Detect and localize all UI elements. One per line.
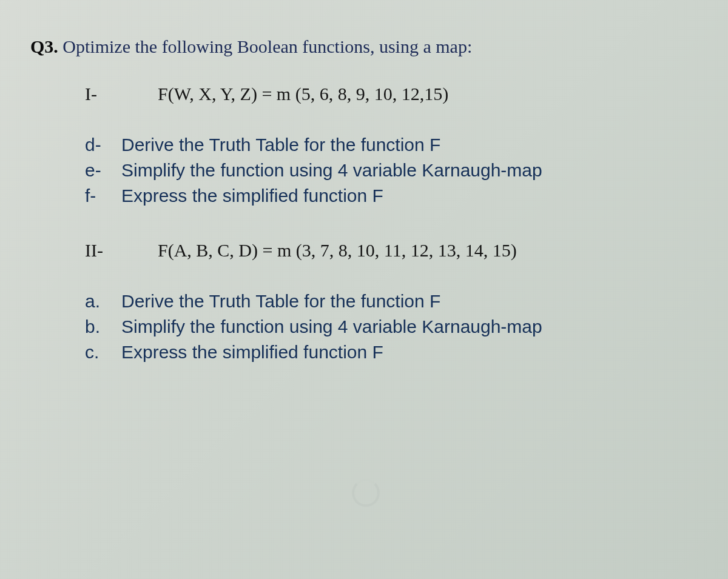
list-item: c. Express the simplified function F — [85, 342, 698, 363]
list-item: e- Simplify the function using 4 variabl… — [85, 160, 698, 181]
sub-marker: c. — [85, 342, 121, 363]
sub-marker: a. — [85, 291, 121, 312]
part-formula-2: F(A, B, C, D) = m (3, 7, 8, 10, 11, 12, … — [158, 240, 517, 261]
part-row-1: I- F(W, X, Y, Z) = m (5, 6, 8, 9, 10, 12… — [85, 84, 698, 104]
sub-marker: e- — [85, 160, 121, 181]
question-text: Optimize the following Boolean functions… — [62, 36, 472, 56]
sub-list-1: d- Derive the Truth Table for the functi… — [85, 135, 698, 206]
loading-spinner-icon — [352, 479, 380, 507]
part-marker-2: II- — [85, 240, 158, 261]
sub-text: Derive the Truth Table for the function … — [121, 135, 440, 155]
question-label: Q3. — [30, 36, 58, 56]
sub-text: Simplify the function using 4 variable K… — [121, 316, 542, 337]
list-item: a. Derive the Truth Table for the functi… — [85, 291, 698, 312]
sub-list-2: a. Derive the Truth Table for the functi… — [85, 291, 698, 363]
sub-marker: d- — [85, 135, 121, 155]
sub-marker: b. — [85, 316, 121, 337]
list-item: d- Derive the Truth Table for the functi… — [85, 135, 698, 155]
sub-text: Simplify the function using 4 variable K… — [121, 160, 542, 181]
sub-text: Express the simplified function F — [121, 342, 383, 363]
part-formula-1: F(W, X, Y, Z) = m (5, 6, 8, 9, 10, 12,15… — [158, 84, 448, 104]
sub-text: Express the simplified function F — [121, 186, 383, 206]
part-marker-1: I- — [85, 84, 158, 104]
part-row-2: II- F(A, B, C, D) = m (3, 7, 8, 10, 11, … — [85, 240, 698, 261]
list-item: f- Express the simplified function F — [85, 186, 698, 206]
question-heading: Q3. Optimize the following Boolean funct… — [30, 36, 698, 57]
list-item: b. Simplify the function using 4 variabl… — [85, 316, 698, 337]
sub-marker: f- — [85, 186, 121, 206]
sub-text: Derive the Truth Table for the function … — [121, 291, 440, 312]
